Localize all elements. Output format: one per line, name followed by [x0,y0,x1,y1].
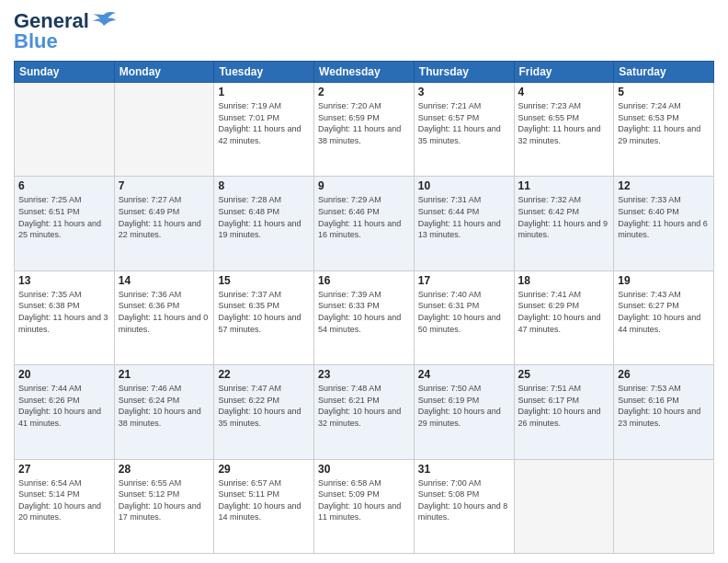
day-detail: Sunrise: 6:54 AM Sunset: 5:14 PM Dayligh… [18,477,110,523]
day-detail: Sunrise: 7:00 AM Sunset: 5:08 PM Dayligh… [418,477,510,523]
day-number: 23 [318,368,410,381]
weekday-header-monday: Monday [114,62,214,83]
calendar-cell: 12 Sunrise: 7:33 AM Sunset: 6:40 PM Dayl… [614,177,714,270]
day-number: 15 [218,274,310,287]
calendar-cell [614,459,714,553]
day-number: 30 [318,463,410,476]
day-number: 18 [518,274,610,287]
calendar-cell: 18 Sunrise: 7:41 AM Sunset: 6:29 PM Dayl… [514,270,614,364]
day-detail: Sunrise: 6:55 AM Sunset: 5:12 PM Dayligh… [119,477,210,523]
header: General Blue [14,9,714,53]
calendar-week-row: 1 Sunrise: 7:19 AM Sunset: 7:01 PM Dayli… [15,83,714,177]
calendar-cell [114,83,214,177]
calendar-cell: 6 Sunrise: 7:25 AM Sunset: 6:51 PM Dayli… [15,177,115,270]
calendar-cell: 27 Sunrise: 6:54 AM Sunset: 5:14 PM Dayl… [15,459,115,553]
day-detail: Sunrise: 7:29 AM Sunset: 6:46 PM Dayligh… [318,194,410,240]
day-detail: Sunrise: 7:40 AM Sunset: 6:31 PM Dayligh… [418,289,510,335]
day-number: 16 [318,274,410,287]
calendar-cell: 16 Sunrise: 7:39 AM Sunset: 6:33 PM Dayl… [314,270,415,364]
calendar-cell: 11 Sunrise: 7:32 AM Sunset: 6:42 PM Dayl… [514,177,614,270]
calendar-cell: 3 Sunrise: 7:21 AM Sunset: 6:57 PM Dayli… [414,83,514,177]
weekday-header-wednesday: Wednesday [314,62,415,83]
day-detail: Sunrise: 7:25 AM Sunset: 6:51 PM Dayligh… [18,194,110,240]
day-number: 20 [18,368,110,381]
calendar-table: SundayMondayTuesdayWednesdayThursdayFrid… [14,61,714,554]
calendar-cell: 9 Sunrise: 7:29 AM Sunset: 6:46 PM Dayli… [314,177,415,270]
day-detail: Sunrise: 7:43 AM Sunset: 6:27 PM Dayligh… [618,289,710,335]
calendar-cell: 13 Sunrise: 7:35 AM Sunset: 6:38 PM Dayl… [15,270,115,364]
day-detail: Sunrise: 7:27 AM Sunset: 6:49 PM Dayligh… [119,194,210,240]
day-number: 1 [218,86,310,98]
weekday-header-sunday: Sunday [15,62,115,83]
calendar-cell: 5 Sunrise: 7:24 AM Sunset: 6:53 PM Dayli… [614,83,714,177]
day-detail: Sunrise: 7:23 AM Sunset: 6:55 PM Dayligh… [518,100,610,146]
day-number: 13 [18,274,110,287]
day-detail: Sunrise: 7:33 AM Sunset: 6:40 PM Dayligh… [618,194,710,240]
calendar-cell: 2 Sunrise: 7:20 AM Sunset: 6:59 PM Dayli… [314,83,415,177]
day-number: 8 [218,179,310,192]
day-detail: Sunrise: 7:32 AM Sunset: 6:42 PM Dayligh… [518,194,610,240]
day-number: 25 [518,368,610,381]
day-number: 29 [218,463,310,476]
day-number: 28 [119,463,210,476]
calendar-week-row: 6 Sunrise: 7:25 AM Sunset: 6:51 PM Dayli… [15,177,714,270]
weekday-header-tuesday: Tuesday [214,62,314,83]
day-number: 27 [18,463,110,476]
calendar-cell: 28 Sunrise: 6:55 AM Sunset: 5:12 PM Dayl… [114,459,214,553]
day-number: 12 [618,179,710,192]
day-number: 14 [119,274,210,287]
calendar-week-row: 13 Sunrise: 7:35 AM Sunset: 6:38 PM Dayl… [15,270,714,364]
day-detail: Sunrise: 7:47 AM Sunset: 6:22 PM Dayligh… [218,383,310,429]
weekday-header-thursday: Thursday [414,62,514,83]
day-number: 26 [618,368,710,381]
day-detail: Sunrise: 7:51 AM Sunset: 6:17 PM Dayligh… [518,383,610,429]
calendar-cell [15,83,115,177]
calendar-cell: 19 Sunrise: 7:43 AM Sunset: 6:27 PM Dayl… [614,270,714,364]
logo: General Blue [14,9,117,53]
day-number: 7 [119,179,210,192]
day-number: 21 [119,368,210,381]
day-detail: Sunrise: 7:20 AM Sunset: 6:59 PM Dayligh… [318,100,410,146]
calendar-cell: 8 Sunrise: 7:28 AM Sunset: 6:48 PM Dayli… [214,177,314,270]
day-detail: Sunrise: 7:48 AM Sunset: 6:21 PM Dayligh… [318,383,410,429]
day-detail: Sunrise: 7:35 AM Sunset: 6:38 PM Dayligh… [18,289,110,335]
day-number: 10 [418,179,510,192]
day-number: 4 [518,86,610,98]
day-number: 31 [418,463,510,476]
day-detail: Sunrise: 7:36 AM Sunset: 6:36 PM Dayligh… [119,289,210,335]
day-detail: Sunrise: 7:41 AM Sunset: 6:29 PM Dayligh… [518,289,610,335]
calendar-cell: 7 Sunrise: 7:27 AM Sunset: 6:49 PM Dayli… [114,177,214,270]
day-detail: Sunrise: 7:44 AM Sunset: 6:26 PM Dayligh… [18,383,110,429]
calendar-cell: 24 Sunrise: 7:50 AM Sunset: 6:19 PM Dayl… [414,365,514,459]
calendar-cell [514,459,614,553]
day-detail: Sunrise: 7:28 AM Sunset: 6:48 PM Dayligh… [218,194,310,240]
day-number: 3 [418,86,510,98]
day-number: 19 [618,274,710,287]
calendar-cell: 1 Sunrise: 7:19 AM Sunset: 7:01 PM Dayli… [214,83,314,177]
calendar-cell: 23 Sunrise: 7:48 AM Sunset: 6:21 PM Dayl… [314,365,415,459]
day-detail: Sunrise: 7:24 AM Sunset: 6:53 PM Dayligh… [618,100,710,146]
day-number: 2 [318,86,410,98]
day-detail: Sunrise: 6:58 AM Sunset: 5:09 PM Dayligh… [318,477,410,523]
day-detail: Sunrise: 7:46 AM Sunset: 6:24 PM Dayligh… [119,383,210,429]
day-detail: Sunrise: 7:37 AM Sunset: 6:35 PM Dayligh… [218,289,310,335]
calendar-cell: 31 Sunrise: 7:00 AM Sunset: 5:08 PM Dayl… [414,459,514,553]
weekday-header-saturday: Saturday [614,62,714,83]
day-number: 17 [418,274,510,287]
calendar-cell: 20 Sunrise: 7:44 AM Sunset: 6:26 PM Dayl… [15,365,115,459]
page: General Blue SundayMondayTuesdayWednesda… [0,0,728,563]
calendar-cell: 25 Sunrise: 7:51 AM Sunset: 6:17 PM Dayl… [514,365,614,459]
day-detail: Sunrise: 7:19 AM Sunset: 7:01 PM Dayligh… [218,100,310,146]
calendar-cell: 15 Sunrise: 7:37 AM Sunset: 6:35 PM Dayl… [214,270,314,364]
calendar-cell: 17 Sunrise: 7:40 AM Sunset: 6:31 PM Dayl… [414,270,514,364]
calendar-cell: 22 Sunrise: 7:47 AM Sunset: 6:22 PM Dayl… [214,365,314,459]
day-detail: Sunrise: 7:53 AM Sunset: 6:16 PM Dayligh… [618,383,710,429]
day-number: 22 [218,368,310,381]
day-detail: Sunrise: 7:39 AM Sunset: 6:33 PM Dayligh… [318,289,410,335]
calendar-cell: 14 Sunrise: 7:36 AM Sunset: 6:36 PM Dayl… [114,270,214,364]
day-number: 6 [18,179,110,192]
weekday-header-friday: Friday [514,62,614,83]
day-number: 5 [618,86,710,98]
calendar-cell: 10 Sunrise: 7:31 AM Sunset: 6:44 PM Dayl… [414,177,514,270]
day-number: 24 [418,368,510,381]
